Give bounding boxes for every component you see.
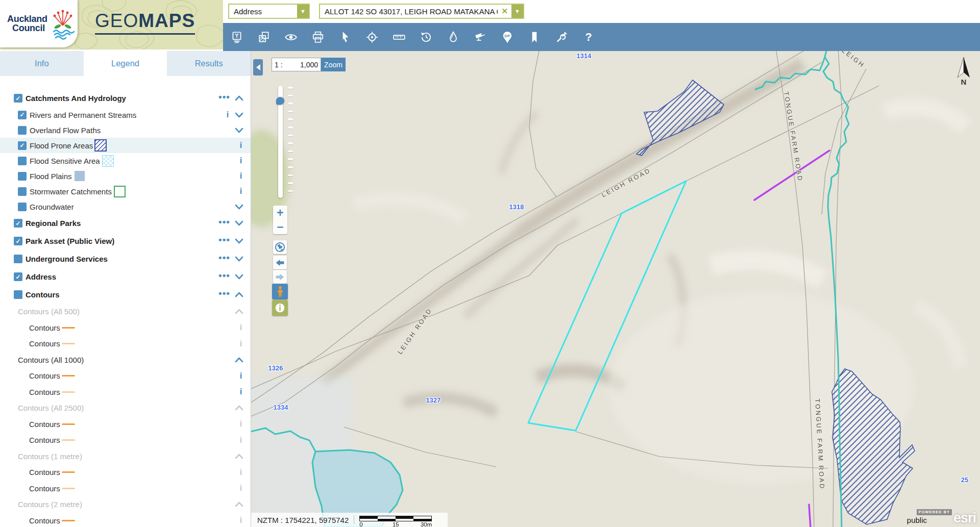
identify-button[interactable] [272, 300, 288, 316]
legend-row[interactable]: Contours (2 metre) [0, 496, 251, 513]
cctv-icon[interactable] [473, 30, 487, 44]
legend-row[interactable]: Contoursi [0, 432, 251, 448]
zoom-slider-handle[interactable] [276, 97, 284, 105]
tab-legend[interactable]: Legend [84, 51, 167, 76]
search-input[interactable]: ALLOT 142 SO 43017, LEIGH ROAD MATAKANA … [319, 4, 524, 19]
info-icon[interactable]: i [238, 436, 243, 445]
chevron-down-icon[interactable] [235, 219, 243, 228]
info-icon[interactable]: i [238, 156, 243, 165]
layer-menu-icon[interactable]: ••• [218, 293, 230, 296]
layers-icon[interactable] [257, 30, 271, 44]
layer-checkbox-checked[interactable]: ✓ [14, 94, 22, 103]
legend-row[interactable]: Contours (All 2500) [0, 400, 251, 416]
chevron-down-icon[interactable] [235, 255, 243, 263]
legend-row[interactable]: ✓Regional Parks••• [0, 214, 251, 232]
dp-marker-icon[interactable]: DP [500, 30, 514, 44]
scale-input[interactable]: 1 : 1,000 [272, 58, 321, 71]
clear-icon[interactable]: ✕ [501, 7, 508, 16]
full-extent-button[interactable] [273, 240, 287, 254]
legend-row[interactable]: Contoursi [0, 320, 251, 336]
zoom-in-button[interactable]: + [273, 206, 287, 220]
legend-row[interactable]: ✓Rivers and Permanent Streamsi [0, 107, 251, 122]
layer-checkbox-checked[interactable]: ✓ [14, 272, 22, 281]
layer-checkbox[interactable] [18, 203, 27, 211]
measure-icon[interactable] [392, 30, 406, 44]
layer-checkbox[interactable] [14, 255, 22, 263]
layer-checkbox-checked[interactable]: ✓ [14, 219, 22, 228]
layer-checkbox[interactable] [18, 187, 27, 196]
layer-checkbox[interactable] [18, 126, 27, 135]
help-icon[interactable]: ? [581, 30, 595, 44]
zoom-out-button[interactable]: − [273, 220, 287, 234]
map-area[interactable]: 1314131813261334132725LEIGH ROADLEIGH RO… [251, 51, 980, 527]
legend-row[interactable]: ✓Flood Prone Areasi [0, 138, 251, 153]
info-icon[interactable]: i [238, 371, 243, 381]
info-icon[interactable]: i [238, 141, 243, 150]
bookmark-icon[interactable] [527, 30, 541, 44]
legend-row[interactable]: Contours (All 500) [0, 304, 251, 320]
info-icon[interactable]: i [238, 387, 243, 396]
chevron-up-icon[interactable] [235, 94, 243, 103]
legend-row[interactable]: ✓Address••• [0, 268, 251, 286]
layer-checkbox[interactable] [14, 290, 22, 299]
next-extent-button[interactable] [273, 270, 287, 284]
locate-icon[interactable] [365, 30, 379, 44]
layer-checkbox-checked[interactable]: ✓ [18, 141, 27, 150]
legend-row[interactable]: Contours••• [0, 286, 251, 304]
chevron-down-icon[interactable] [235, 237, 243, 245]
chevron-up-icon[interactable] [235, 404, 243, 412]
legend-row[interactable]: ✓Catchments And Hydrology••• [0, 89, 251, 107]
legend-row[interactable]: ✓Park Asset (Public View)••• [0, 232, 251, 250]
chevron-down-icon[interactable]: ▼ [511, 5, 523, 18]
water-icon[interactable] [446, 30, 460, 44]
chevron-down-icon[interactable] [235, 111, 243, 119]
chevron-up-icon[interactable] [235, 307, 243, 316]
previous-extent-button[interactable] [273, 256, 287, 269]
info-icon[interactable]: i [238, 323, 243, 332]
layer-menu-icon[interactable]: ••• [218, 240, 230, 243]
chevron-down-icon[interactable] [235, 126, 243, 135]
search-type-select[interactable]: Address ▼ [228, 4, 310, 19]
layer-menu-icon[interactable]: ••• [218, 222, 230, 225]
compass[interactable]: N [952, 55, 975, 86]
legend-row[interactable]: Contoursi [0, 416, 251, 433]
legend-row[interactable]: Contours (1 metre) [0, 448, 251, 465]
visibility-icon[interactable] [284, 30, 298, 44]
street-view-button[interactable] [272, 284, 288, 299]
legend-row[interactable]: Contoursi [0, 464, 251, 481]
layer-menu-icon[interactable]: ••• [218, 258, 230, 261]
tab-info[interactable]: Info [0, 51, 84, 76]
tools-icon[interactable] [554, 30, 568, 44]
chevron-down-icon[interactable] [235, 203, 243, 211]
legend-row[interactable]: Flood Sensitive Areai [0, 153, 251, 168]
info-icon[interactable]: i [238, 484, 243, 493]
chevron-down-icon[interactable]: ▼ [297, 5, 309, 18]
info-icon[interactable]: i [225, 110, 230, 119]
info-icon[interactable]: i [238, 419, 243, 429]
legend-row[interactable]: Flood Plainsi [0, 168, 251, 184]
collapse-panel-button[interactable] [253, 59, 263, 76]
chevron-up-icon[interactable] [235, 500, 243, 509]
info-icon[interactable]: i [238, 516, 243, 525]
layer-menu-icon[interactable]: ••• [218, 275, 230, 279]
legend-row[interactable]: Contoursi [0, 384, 251, 400]
info-icon[interactable]: i [238, 171, 243, 181]
layer-checkbox[interactable] [18, 157, 27, 165]
legend-row[interactable]: Underground Services••• [0, 250, 251, 268]
layer-menu-icon[interactable]: ••• [218, 97, 230, 100]
legend-row[interactable]: Contoursi [0, 513, 251, 527]
legend-row[interactable]: Contoursi [0, 368, 251, 384]
info-icon[interactable]: i [238, 187, 243, 196]
info-icon[interactable]: i [238, 468, 243, 477]
legend-row[interactable]: Contours (All 1000) [0, 352, 251, 368]
layer-checkbox[interactable] [18, 172, 27, 181]
layer-checkbox-checked[interactable]: ✓ [14, 237, 22, 245]
chevron-up-icon[interactable] [235, 290, 243, 299]
info-icon[interactable]: i [238, 339, 243, 348]
tab-results[interactable]: Results [167, 51, 251, 76]
print-icon[interactable] [311, 30, 325, 44]
chevron-up-icon[interactable] [235, 356, 243, 364]
map-canvas[interactable] [251, 51, 980, 527]
basemap-icon[interactable] [230, 30, 243, 44]
zoom-button[interactable]: Zoom [321, 58, 346, 71]
